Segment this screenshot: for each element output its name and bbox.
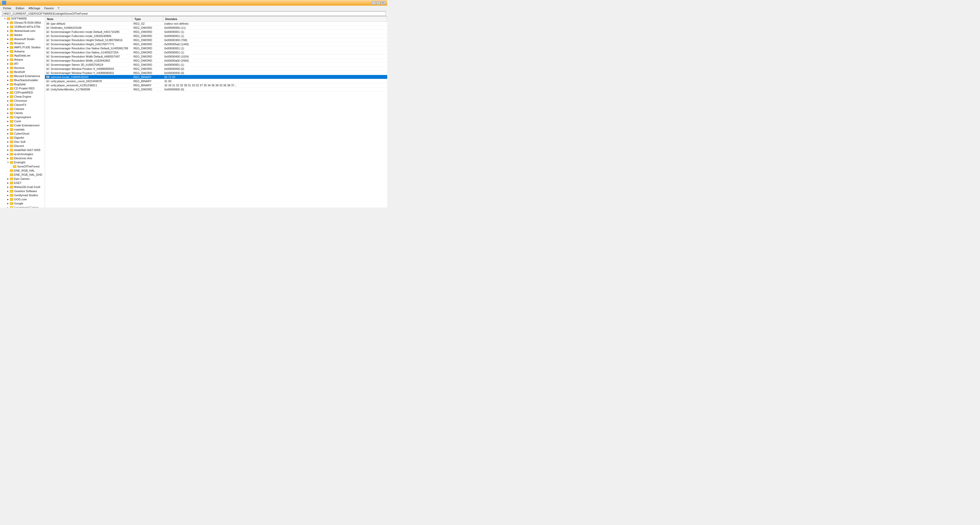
expand-icon-software[interactable] [3,17,7,20]
registry-row-screenman_res_use_native_default[interactable]: abScreenmanager Resolution Use Native De… [45,46,387,50]
tree-item-cheatengine[interactable]: Cheat Engine [0,95,45,98]
expand-icon-gog[interactable] [6,198,10,201]
menu-item-fichier[interactable]: Fichier [1,6,14,10]
address-input[interactable] [2,11,386,16]
tree-item-arkane[interactable]: Arkane [0,57,45,62]
registry-row-screenman_fullscreen_default[interactable]: abScreenmanager Fullscreen mode Default_… [45,30,387,34]
tree-item-03ceac[interactable]: 03ceac78-9166-585d [0,21,45,25]
expand-icon-discord[interactable] [6,144,10,148]
tree-item-ankama[interactable]: Ankama [0,49,45,54]
expand-icon-endnight[interactable] [6,160,10,164]
tree-item-153f8[interactable]: 153f8ce0-b97a-575b [0,25,45,29]
tree-item-discsoft[interactable]: Disc Soft [0,140,45,144]
menu-item-édition[interactable]: Édition [14,6,27,10]
expand-icon-cyberghost[interactable] [6,132,10,135]
expand-icon-arkane[interactable] [6,58,10,61]
menu-item-favoris[interactable]: Favoris [42,6,56,10]
tree-item-crate[interactable]: Crate Entertainment [0,123,45,127]
col-header-name[interactable]: Nom [45,16,132,21]
expand-icon-bugsplat[interactable] [6,82,10,86]
tree-item-amazon[interactable]: Amazon [0,41,45,45]
expand-icon-ankama[interactable] [6,49,10,53]
expand-icon-citizenfx[interactable] [6,103,10,106]
expand-icon-azureus[interactable] [6,66,10,70]
tree-item-cdprojektred[interactable]: CDProjektRED [0,90,45,95]
registry-row-screenman_winpos_x[interactable]: abScreenmanager Window Position X_h40880… [45,67,387,71]
tree-item-amplitude[interactable]: AMPLITUDE Studios [0,45,45,49]
registry-row-default[interactable]: ab(par défaut)REG_SZ(valeur non définie) [45,22,387,26]
registry-row-screenman_winpos_y[interactable]: abScreenmanager Window Position Y_h40880… [45,71,387,75]
tree-item-ejtech[interactable]: ej-technologies [0,152,45,156]
expand-icon-amazon[interactable] [6,41,10,45]
tree-item-ebab0fa0[interactable]: ebab0fa0-3e67-5055 [0,148,45,152]
expand-icon-chromium[interactable] [6,99,10,103]
expand-icon-cdprojektred[interactable] [6,90,10,94]
tree-item-citizenfx[interactable]: CitizenFX [0,103,45,107]
expand-icon-03ceac[interactable] [6,21,10,24]
tree-item-aiseesoft[interactable]: Aiseesoft Studio [0,37,45,41]
expand-icon-adobe[interactable] [6,33,10,37]
tree-item-software[interactable]: SOFTWARE [0,16,45,21]
tree-item-appdatalow[interactable]: AppDataLow [0,54,45,57]
expand-icon-csastats[interactable] [6,128,10,131]
tree-item-discord[interactable]: Discord [0,144,45,148]
tree-item-bestsoft[interactable]: BestSoft [0,70,45,74]
expand-icon-corel[interactable] [6,119,10,123]
tree-item-cyberghost[interactable]: CyberGhost [0,132,45,136]
tree-item-csastats[interactable]: csastats [0,127,45,132]
tree-item-electronic[interactable]: Electronic Arts [0,156,45,160]
expand-icon-ejtech[interactable] [6,152,10,156]
tree-item-gog[interactable]: GOG.com [0,197,45,201]
tree-item-cdprojektred2[interactable]: CD Projekt RED [0,86,45,90]
tree-item-blizzard[interactable]: Blizzard Entertainme [0,74,45,78]
tree-item-ene_rgb_hal[interactable]: ENE_RGB_HAL [0,168,45,173]
expand-icon-classes[interactable] [6,107,10,111]
tree-item-azureus[interactable]: Azureus [0,66,45,70]
col-header-type[interactable]: Type [132,16,163,21]
expand-icon-gentlymad[interactable] [6,194,10,197]
tree-item-ene_rgb_hal_ehd[interactable]: ENE_RGB_HAL_EHD [0,173,45,177]
expand-icon-clients[interactable] [6,111,10,115]
expand-icon-digixart[interactable] [6,136,10,140]
tree-item-endnight[interactable]: Endnight [0,160,45,164]
tree-item-gentlymad[interactable]: Gentlymad Studios [0,193,45,197]
registry-row-screenman_fullscreen_mode[interactable]: abScreenmanager Fullscreen mode_h3630240… [45,34,387,38]
tree-item-classes[interactable]: Classes [0,107,45,111]
registry-row-screenman_res_height[interactable]: abScreenmanager Resolution Height_h26276… [45,42,387,46]
tree-item-adobe[interactable]: Adobe [0,33,45,37]
registry-row-screenman_res_height_default[interactable]: abScreenmanager Resolution Height Defaul… [45,38,387,42]
close-button[interactable]: ✕ [381,1,385,5]
col-header-data[interactable]: Données [163,16,387,21]
tree-item-gearbox[interactable]: Gearbox Software [0,189,45,193]
expand-icon-discsoft[interactable] [6,140,10,144]
tree-item-digixart[interactable]: DigixArt [0,136,45,140]
expand-icon-ati[interactable] [6,62,10,65]
expand-icon-epicgames[interactable] [6,177,10,181]
expand-icon-blizzard[interactable] [6,74,10,78]
registry-row-selected_locale[interactable]: abselected-locale_h3890535593REG_BINARY6… [45,75,387,79]
expand-icon-bestsoft[interactable] [6,70,10,74]
maximize-button[interactable]: □ [376,1,380,5]
expand-icon-cheatengine[interactable] [6,95,10,98]
expand-icon-eset[interactable] [6,181,10,185]
tree-item-corel[interactable]: Corel [0,119,45,123]
expand-icon-cdprojektred2[interactable] [6,87,10,90]
registry-row-unity_select_monitor[interactable]: abUnitySelectMonitor_h17969598REG_DWORD0… [45,87,387,92]
menu-item-?[interactable]: ? [56,6,61,10]
tree-item-f844a100[interactable]: f844a100-2ca0-51d4 [0,185,45,189]
expand-icon-crate[interactable] [6,124,10,127]
registry-row-screenman_res_use_native[interactable]: abScreenmanager Resolution Use Native_h1… [45,50,387,54]
expand-icon-f844a100[interactable] [6,185,10,189]
expand-icon-electronic[interactable] [6,156,10,160]
minimize-button[interactable]: ─ [372,1,376,5]
menu-item-affichage[interactable]: Affichage [27,6,43,10]
tree-item-ati[interactable]: ATI [0,62,45,66]
tree-item-eset[interactable]: ESET [0,181,45,185]
tree-item-4kdownload[interactable]: 4kdownload.com [0,29,45,33]
registry-row-screenman_res_width_default[interactable]: abScreenmanager Resolution Width Default… [45,54,387,59]
registry-row-unity_player_sessionid[interactable]: abunity.player_sessionid_h1351336811REG_… [45,83,387,87]
registry-row-screenman_res_width[interactable]: abScreenmanager Resolution Width_h182942… [45,59,387,63]
tree-item-sonsoftheforest[interactable]: SonsOfTheForest [0,164,45,168]
tree-item-clients[interactable]: Clients [0,111,45,115]
expand-icon-aiseesoft[interactable] [6,37,10,41]
